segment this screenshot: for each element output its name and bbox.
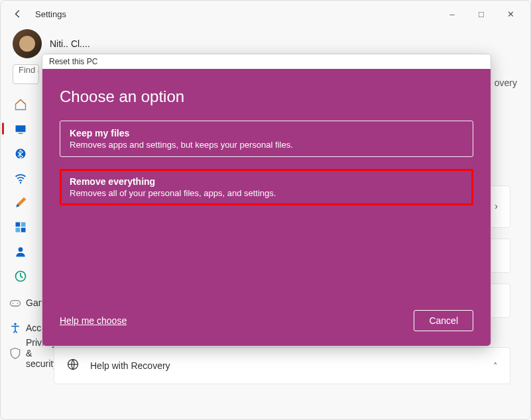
sidebar-item-privacy[interactable]: Privacy & security [9, 341, 40, 366]
help-me-choose-link[interactable]: Help me choose [60, 315, 127, 326]
accounts-icon[interactable] [9, 241, 32, 262]
svg-rect-7 [21, 228, 26, 233]
svg-rect-0 [16, 125, 26, 132]
svg-point-11 [13, 303, 14, 304]
avatar[interactable] [13, 29, 42, 58]
network-icon[interactable] [9, 168, 32, 189]
chevron-up-icon: ˄ [493, 361, 498, 371]
option-title: Remove everything [70, 176, 463, 187]
dialog-title: Reset this PC [42, 54, 491, 69]
chevron-right-icon: › [495, 201, 498, 211]
user-name: Niti.. Cl.... [50, 38, 90, 49]
search-input[interactable]: Find a [13, 64, 39, 84]
svg-point-3 [20, 182, 22, 184]
svg-point-13 [14, 323, 16, 325]
svg-rect-6 [16, 228, 21, 233]
apps-icon[interactable] [9, 217, 32, 238]
globe-icon [66, 358, 80, 374]
option-remove-everything[interactable]: Remove everything Removes all of your pe… [60, 169, 473, 205]
personalization-icon[interactable] [9, 192, 32, 213]
accessibility-icon [9, 317, 22, 339]
reset-pc-dialog: Reset this PC Choose an option Keep my f… [42, 54, 491, 346]
window-title: Settings [35, 9, 66, 19]
option-title: Keep my files [70, 128, 463, 138]
time-language-icon[interactable] [9, 266, 32, 287]
sidebar-item-gaming[interactable]: Gaming [9, 290, 40, 315]
svg-rect-10 [11, 301, 21, 306]
system-icon[interactable] [9, 119, 32, 140]
svg-rect-4 [16, 223, 21, 227]
option-keep-my-files[interactable]: Keep my files Removes apps and settings,… [60, 121, 473, 157]
titlebar: Settings – □ ✕ [1, 1, 530, 27]
truncated-text: overy [495, 78, 517, 88]
help-recovery-label: Help with Recovery [90, 360, 483, 371]
sidebar: Gaming Accessibility Privacy & security [1, 91, 40, 384]
minimize-button[interactable]: – [438, 3, 467, 25]
gaming-icon [9, 292, 22, 313]
option-description: Removes all of your personal files, apps… [70, 188, 463, 198]
option-description: Removes apps and settings, but keeps you… [70, 140, 463, 150]
close-button[interactable]: ✕ [496, 3, 525, 25]
dialog-heading: Choose an option [60, 87, 473, 106]
svg-point-12 [17, 303, 19, 304]
back-button[interactable] [6, 2, 30, 26]
help-recovery-panel[interactable]: Help with Recovery ˄ [54, 347, 510, 384]
svg-point-8 [19, 247, 23, 252]
maximize-button[interactable]: □ [467, 3, 496, 25]
home-icon[interactable] [9, 94, 32, 115]
cancel-button[interactable]: Cancel [414, 310, 473, 331]
svg-rect-5 [21, 223, 26, 227]
bluetooth-icon[interactable] [9, 143, 32, 164]
privacy-icon [9, 342, 22, 364]
svg-rect-1 [19, 133, 23, 134]
